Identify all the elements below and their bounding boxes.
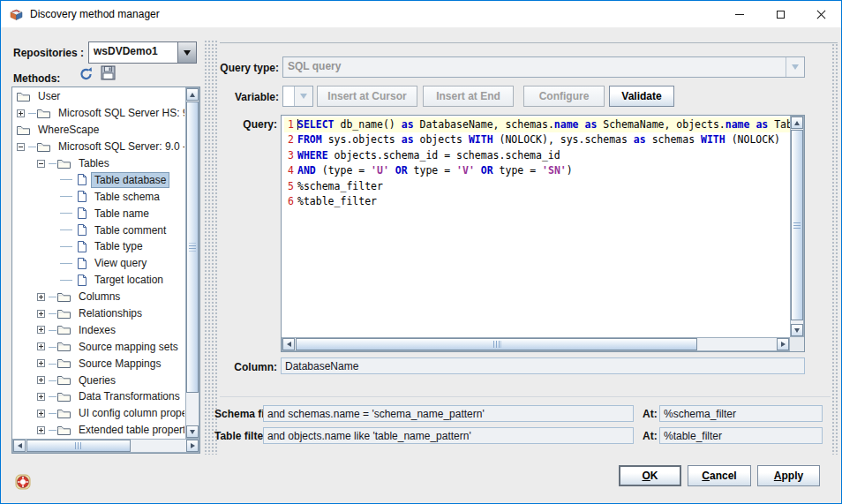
folder-icon <box>56 408 71 419</box>
chevron-down-icon <box>300 94 307 99</box>
tree-item[interactable]: WhereScape <box>13 122 184 139</box>
tree-connector-line <box>49 396 56 397</box>
configure-button[interactable]: Configure <box>523 86 605 107</box>
collapse-toggle-icon[interactable] <box>37 160 45 168</box>
help-button[interactable] <box>15 474 31 493</box>
insert-at-end-button[interactable]: Insert at End <box>423 86 514 107</box>
tree-item[interactable]: Table database <box>13 171 184 188</box>
tree-item[interactable]: Source Mappings <box>13 355 184 372</box>
right-edge-splitter <box>831 43 838 455</box>
variable-label: Variable: <box>213 91 279 103</box>
tree-item[interactable]: Source mapping sets <box>13 338 184 355</box>
editor-horizontal-scrollbar[interactable] <box>282 337 790 351</box>
tree-item[interactable]: Microsoft SQL Server HS: 9.0 <box>13 105 184 122</box>
tree-item[interactable]: Microsoft SQL Server: 9.0 - <box>13 139 184 155</box>
scrollbar-thumb[interactable] <box>186 102 199 393</box>
tree-connector-line <box>28 147 36 147</box>
line-number: 2 <box>284 132 294 147</box>
ok-button[interactable]: OK <box>619 465 681 486</box>
tree-item[interactable]: Table name <box>13 205 184 222</box>
scroll-down-button[interactable] <box>791 324 803 336</box>
scroll-up-button[interactable] <box>791 117 803 129</box>
tree-item[interactable]: Target location <box>13 272 184 289</box>
refresh-icon <box>79 66 94 81</box>
tree-item-label: UI config column properties <box>75 405 184 421</box>
repositories-dropdown-button[interactable] <box>177 42 196 63</box>
close-button[interactable] <box>801 1 841 27</box>
validate-button[interactable]: Validate <box>609 86 674 107</box>
tree-item[interactable]: Indexes <box>13 321 184 338</box>
folder-icon <box>16 91 31 102</box>
right-panel-top-border <box>220 42 838 43</box>
window-title: Discovery method manager <box>30 1 160 27</box>
scrollbar-thumb[interactable] <box>26 440 131 452</box>
expand-toggle-icon[interactable] <box>37 310 45 318</box>
expand-toggle-icon[interactable] <box>37 326 45 334</box>
tree-item[interactable]: Table comment <box>13 222 184 238</box>
collapse-toggle-icon[interactable] <box>17 143 25 151</box>
tree-item[interactable]: Columns <box>13 289 184 305</box>
tree-horizontal-scrollbar[interactable] <box>12 439 199 453</box>
expand-toggle-icon[interactable] <box>37 426 45 434</box>
insert-at-cursor-button[interactable]: Insert at Cursor <box>317 86 417 107</box>
query-editor[interactable]: 1SELECT db_name() as DatabaseName, schem… <box>281 115 805 352</box>
tree-item-label: Tables <box>75 155 113 171</box>
expand-toggle-icon[interactable] <box>37 293 45 301</box>
schema-at-label: At: <box>643 408 658 420</box>
scrollbar-thumb[interactable] <box>791 130 803 320</box>
repositories-select[interactable]: wsDVDemo1 <box>88 41 197 64</box>
tree-item[interactable]: Table schema <box>13 188 184 205</box>
expand-toggle-icon[interactable] <box>37 376 45 384</box>
scroll-left-button[interactable] <box>13 440 26 452</box>
scroll-right-button[interactable] <box>777 338 789 350</box>
schema-filter-field[interactable]: and schemas.name = 'schema_name_pattern' <box>263 405 634 422</box>
tree-item-label: Table schema <box>91 189 163 205</box>
document-icon <box>77 223 87 237</box>
document-icon <box>77 207 87 220</box>
maximize-button[interactable] <box>760 1 801 27</box>
save-methods-button[interactable] <box>101 65 116 83</box>
table-at-field[interactable]: %table_filter <box>659 427 823 444</box>
scroll-right-button[interactable] <box>186 440 199 452</box>
expand-toggle-icon[interactable] <box>37 359 45 367</box>
cancel-button[interactable]: Cancel <box>688 465 751 486</box>
scrollbar-thumb[interactable] <box>296 338 697 350</box>
methods-label: Methods: <box>13 72 60 85</box>
tree-item[interactable]: UI config column properties <box>13 405 184 422</box>
scroll-up-button[interactable] <box>186 88 199 101</box>
scroll-left-button[interactable] <box>282 338 295 350</box>
query-label: Query: <box>213 118 277 131</box>
apply-button[interactable]: Apply <box>757 465 820 486</box>
table-at-label: At: <box>643 430 658 442</box>
schema-at-field[interactable]: %schema_filter <box>659 405 823 422</box>
query-type-select[interactable]: SQL query <box>282 56 805 78</box>
scroll-down-button[interactable] <box>186 425 199 438</box>
tree-vertical-scrollbar[interactable] <box>185 87 199 439</box>
tree-connector-line <box>49 430 56 431</box>
tree-item[interactable]: Relationships <box>13 305 184 322</box>
column-field[interactable]: DatabaseName <box>281 357 805 374</box>
table-filter-field[interactable]: and objects.name like 'table_name_patter… <box>263 427 634 444</box>
chevron-down-icon <box>184 50 191 56</box>
minimize-button[interactable] <box>719 1 760 27</box>
tree-item[interactable]: Data Transformations <box>13 388 184 405</box>
tree-item[interactable]: User <box>13 88 184 105</box>
refresh-methods-button[interactable] <box>79 66 94 84</box>
expand-toggle-icon[interactable] <box>37 410 45 417</box>
expand-toggle-icon[interactable] <box>37 393 45 401</box>
tree-item[interactable]: Queries <box>13 372 184 388</box>
tree-connector-line <box>49 313 56 314</box>
expand-toggle-icon[interactable] <box>37 342 45 350</box>
tree-item[interactable]: Table type <box>13 238 184 255</box>
column-label: Column: <box>213 361 277 373</box>
query-text-area[interactable]: 1SELECT db_name() as DatabaseName, schem… <box>282 116 790 337</box>
editor-vertical-scrollbar[interactable] <box>790 116 804 337</box>
tree-item[interactable]: Tables <box>13 155 184 172</box>
tree-connector-line <box>49 364 56 365</box>
tree-connector-line <box>49 163 56 164</box>
variable-select[interactable] <box>282 86 313 107</box>
expand-toggle-icon[interactable] <box>17 109 25 117</box>
method-tree[interactable]: UserMicrosoft SQL Server HS: 9.0WhereSca… <box>11 87 200 454</box>
tree-item[interactable]: View query <box>13 255 184 272</box>
tree-item[interactable]: Extended table properties <box>13 422 184 438</box>
